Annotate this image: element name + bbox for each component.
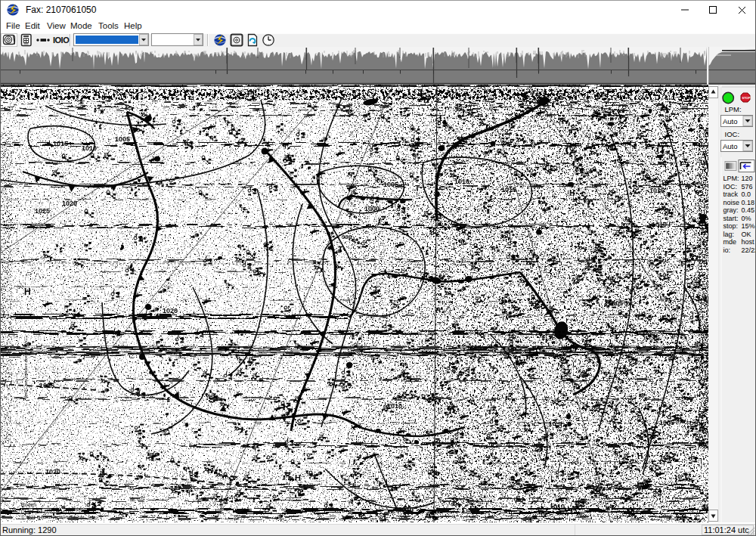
svg-text:io:: io: [723,246,731,254]
svg-text:998: 998 [342,234,352,240]
svg-text:1000: 1000 [364,205,380,212]
svg-text:IOIO: IOIO [53,36,70,45]
svg-text:stop:: stop: [723,222,739,230]
svg-text:H: H [569,189,575,197]
svg-text:0.45: 0.45 [742,206,755,214]
svg-text:Boden: Boden [21,502,36,507]
svg-text:Di, 06 Juli 2021 00 UTC: Di, 06 Juli 2021 00 UTC [21,509,73,514]
svg-text:1010: 1010 [387,402,402,410]
svg-text:1025: 1025 [39,382,54,389]
svg-text:H: H [24,287,31,297]
svg-text:T: T [383,513,388,522]
svg-text:1010: 1010 [550,503,565,510]
svg-text:noise: noise [723,199,740,206]
svg-text:T: T [583,342,588,352]
svg-text:1020: 1020 [45,468,60,476]
svg-text:track: track [723,191,739,198]
svg-text:1005: 1005 [383,181,398,188]
svg-text:H: H [423,95,429,104]
svg-text:LPM:: LPM: [725,105,742,113]
svg-text:1015: 1015 [649,187,665,194]
svg-text:start:: start: [723,215,739,222]
svg-text:1020: 1020 [62,200,77,207]
svg-text:120: 120 [742,175,753,182]
svg-text:1015: 1015 [53,140,68,147]
svg-text:H: H [295,473,301,482]
svg-text:1010: 1010 [82,144,97,152]
svg-text:1015: 1015 [501,186,516,194]
svg-text:22/22: 22/22 [742,246,756,254]
svg-text:1005: 1005 [115,135,130,143]
svg-text:T: T [338,245,343,254]
svg-text:Auto: Auto [723,117,738,125]
svg-text:Auto: Auto [723,142,738,150]
svg-text:© 2021 Deutscher Wetterdienst: © 2021 Deutscher Wetterdienst [21,515,85,519]
svg-text:1020: 1020 [163,307,178,314]
svg-text:mde: mde [723,238,737,246]
svg-text:15%: 15% [742,222,755,230]
svg-text:IOC:: IOC: [725,130,740,138]
svg-text:lag:: lag: [723,231,735,238]
svg-text:1010: 1010 [454,178,469,185]
svg-text:STOP: STOP [742,96,751,100]
svg-text:OK: OK [742,231,751,238]
svg-text:576: 576 [742,183,753,191]
svg-text:0%: 0% [742,215,751,222]
svg-text:gray:: gray: [723,206,739,214]
svg-text:T: T [415,184,420,193]
svg-text:T: T [560,116,565,125]
svg-text:1005: 1005 [659,419,674,426]
svg-text:1010: 1010 [652,221,667,228]
svg-text:1015: 1015 [466,344,482,352]
svg-text:1025: 1025 [35,207,50,215]
svg-text:LPM:: LPM: [723,175,739,182]
svg-text:host: host [742,238,755,246]
svg-text:1005: 1005 [608,299,623,307]
svg-text:1010: 1010 [398,506,414,513]
svg-text:0.0: 0.0 [742,191,751,198]
svg-text:H: H [637,452,643,460]
svg-text:IOC:: IOC: [723,183,738,191]
svg-text:IkaO1 ana Indexes deens 5 Wx11: IkaO1 ana Indexes deens 5 Wx11 [23,336,28,398]
svg-text:T: T [373,285,379,294]
svg-text:0.18: 0.18 [742,199,755,206]
